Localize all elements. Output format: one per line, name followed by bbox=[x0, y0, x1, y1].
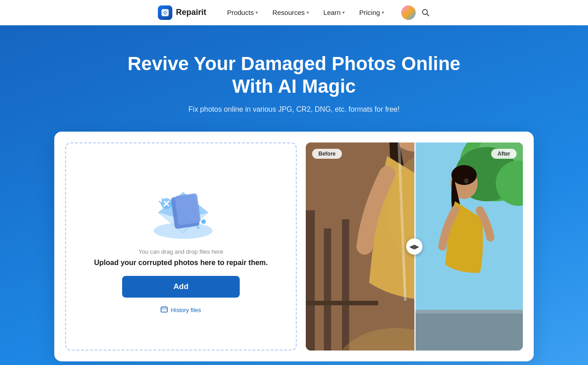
svg-point-35 bbox=[464, 178, 469, 184]
drag-drop-text: You can drag and drop files here bbox=[138, 248, 223, 255]
nav-resources[interactable]: Resources ▾ bbox=[266, 5, 315, 20]
before-label: Before bbox=[312, 149, 342, 159]
svg-point-34 bbox=[451, 165, 477, 185]
hero-subtitle: Fix photos online in various JPG, CR2, D… bbox=[189, 105, 400, 114]
svg-rect-17 bbox=[342, 219, 349, 351]
svg-rect-15 bbox=[306, 210, 315, 351]
logo-text: Repairit bbox=[176, 8, 206, 17]
svg-point-9 bbox=[197, 226, 199, 229]
ba-handle[interactable]: ◀▶ bbox=[406, 238, 422, 255]
svg-rect-16 bbox=[324, 228, 331, 351]
nav-products[interactable]: Products ▾ bbox=[221, 5, 264, 20]
search-icon[interactable] bbox=[421, 8, 430, 17]
history-icon bbox=[161, 306, 168, 314]
nav-right bbox=[401, 5, 430, 20]
hero-title: Revive Your Damaged Photos Online With A… bbox=[113, 52, 475, 98]
svg-point-8 bbox=[201, 219, 206, 224]
nav-learn[interactable]: Learn ▾ bbox=[317, 5, 351, 20]
svg-rect-31 bbox=[414, 310, 523, 351]
after-panel bbox=[414, 142, 523, 351]
svg-rect-6 bbox=[175, 193, 201, 225]
avatar[interactable] bbox=[401, 5, 416, 20]
svg-point-1 bbox=[164, 12, 166, 14]
svg-rect-10 bbox=[161, 307, 167, 312]
add-button[interactable]: Add bbox=[122, 276, 240, 298]
upload-area[interactable]: You can drag and drop files here Upload … bbox=[65, 142, 297, 351]
logo-icon bbox=[158, 5, 172, 20]
chevron-down-icon: ▾ bbox=[307, 10, 309, 15]
upload-main-text: Upload your corrupted photos here to rep… bbox=[94, 259, 268, 267]
chevron-down-icon: ▾ bbox=[256, 10, 258, 15]
ba-container: Before After ◀▶ bbox=[306, 142, 523, 351]
before-after-panel: Before After ◀▶ bbox=[306, 142, 523, 351]
upload-illustration bbox=[145, 179, 217, 237]
resize-icon: ◀▶ bbox=[409, 243, 419, 250]
nav-items: Products ▾ Resources ▾ Learn ▾ Pricing ▾ bbox=[221, 5, 390, 20]
history-files-link[interactable]: History files bbox=[161, 306, 201, 314]
chevron-down-icon: ▾ bbox=[382, 10, 384, 15]
svg-rect-12 bbox=[165, 306, 166, 308]
main-card: You can drag and drop files here Upload … bbox=[54, 132, 534, 361]
nav-pricing[interactable]: Pricing ▾ bbox=[353, 5, 390, 20]
svg-rect-32 bbox=[414, 310, 523, 313]
hero-section: Revive Your Damaged Photos Online With A… bbox=[0, 25, 588, 365]
svg-rect-11 bbox=[162, 306, 163, 308]
chevron-down-icon: ▾ bbox=[342, 10, 345, 15]
navbar: Repairit Products ▾ Resources ▾ Learn ▾ … bbox=[0, 0, 588, 25]
logo[interactable]: Repairit bbox=[158, 5, 206, 20]
after-label: After bbox=[491, 149, 517, 159]
svg-line-3 bbox=[427, 14, 429, 16]
svg-rect-18 bbox=[306, 301, 378, 305]
